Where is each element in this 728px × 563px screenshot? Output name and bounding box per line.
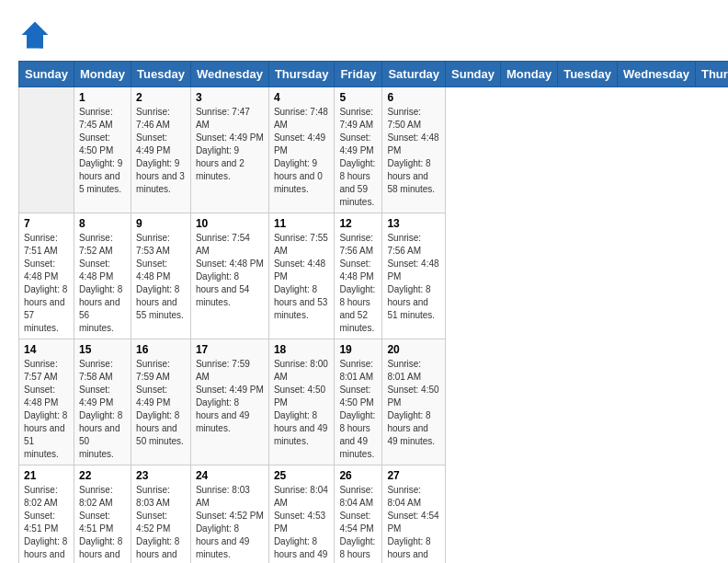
day-info: Sunrise: 7:55 AM Sunset: 4:48 PM Dayligh…	[274, 232, 330, 322]
day-number: 4	[274, 91, 330, 104]
calendar-table: SundayMondayTuesdayWednesdayThursdayFrid…	[18, 61, 728, 563]
day-of-week-header: Friday	[335, 62, 382, 87]
calendar-cell: 6Sunrise: 7:50 AM Sunset: 4:48 PM Daylig…	[382, 87, 446, 213]
day-of-week-header: Thursday	[695, 62, 728, 87]
day-of-week-header: Wednesday	[190, 62, 268, 87]
calendar-cell: 15Sunrise: 7:58 AM Sunset: 4:49 PM Dayli…	[74, 339, 131, 465]
calendar-cell: 19Sunrise: 8:01 AM Sunset: 4:50 PM Dayli…	[335, 339, 382, 465]
day-number: 26	[339, 469, 377, 482]
calendar-cell: 24Sunrise: 8:03 AM Sunset: 4:52 PM Dayli…	[190, 465, 268, 564]
day-info: Sunrise: 7:46 AM Sunset: 4:49 PM Dayligh…	[136, 106, 186, 196]
day-number: 2	[136, 91, 186, 104]
calendar-cell: 25Sunrise: 8:04 AM Sunset: 4:53 PM Dayli…	[268, 465, 335, 564]
calendar-cell: 4Sunrise: 7:48 AM Sunset: 4:49 PM Daylig…	[268, 87, 335, 213]
day-number: 27	[387, 469, 440, 482]
day-of-week-header: Monday	[74, 62, 131, 87]
day-of-week-header: Tuesday	[131, 62, 191, 87]
calendar-cell: 23Sunrise: 8:03 AM Sunset: 4:52 PM Dayli…	[131, 465, 191, 564]
day-number: 16	[136, 343, 186, 356]
day-number: 21	[24, 469, 69, 482]
day-info: Sunrise: 7:56 AM Sunset: 4:48 PM Dayligh…	[339, 232, 377, 335]
calendar-cell: 22Sunrise: 8:02 AM Sunset: 4:51 PM Dayli…	[74, 465, 131, 564]
day-number: 3	[196, 91, 264, 104]
calendar-cell: 2Sunrise: 7:46 AM Sunset: 4:49 PM Daylig…	[131, 87, 191, 213]
day-number: 10	[196, 217, 264, 230]
calendar-cell: 26Sunrise: 8:04 AM Sunset: 4:54 PM Dayli…	[335, 465, 382, 564]
calendar-cell: 18Sunrise: 8:00 AM Sunset: 4:50 PM Dayli…	[268, 339, 335, 465]
calendar-cell: 10Sunrise: 7:54 AM Sunset: 4:48 PM Dayli…	[190, 213, 268, 339]
day-info: Sunrise: 8:03 AM Sunset: 4:52 PM Dayligh…	[136, 484, 186, 563]
day-number: 7	[24, 217, 69, 230]
day-info: Sunrise: 8:03 AM Sunset: 4:52 PM Dayligh…	[196, 484, 264, 561]
day-number: 1	[79, 91, 126, 104]
day-of-week-header: Sunday	[19, 62, 74, 87]
day-of-week-header: Tuesday	[558, 62, 618, 87]
day-info: Sunrise: 8:01 AM Sunset: 4:50 PM Dayligh…	[387, 358, 440, 448]
day-of-week-header: Sunday	[446, 62, 501, 87]
day-number: 24	[196, 469, 264, 482]
day-of-week-header: Monday	[501, 62, 558, 87]
day-info: Sunrise: 8:01 AM Sunset: 4:50 PM Dayligh…	[339, 358, 377, 461]
day-number: 6	[387, 91, 440, 104]
day-info: Sunrise: 7:53 AM Sunset: 4:48 PM Dayligh…	[136, 232, 186, 322]
day-info: Sunrise: 7:52 AM Sunset: 4:48 PM Dayligh…	[79, 232, 126, 335]
day-info: Sunrise: 7:59 AM Sunset: 4:49 PM Dayligh…	[196, 358, 264, 435]
day-number: 23	[136, 469, 186, 482]
calendar-cell: 9Sunrise: 7:53 AM Sunset: 4:48 PM Daylig…	[131, 213, 191, 339]
calendar-cell: 13Sunrise: 7:56 AM Sunset: 4:48 PM Dayli…	[382, 213, 446, 339]
calendar-cell: 21Sunrise: 8:02 AM Sunset: 4:51 PM Dayli…	[19, 465, 74, 564]
day-info: Sunrise: 7:59 AM Sunset: 4:49 PM Dayligh…	[136, 358, 186, 448]
day-number: 20	[387, 343, 440, 356]
day-info: Sunrise: 8:04 AM Sunset: 4:53 PM Dayligh…	[274, 484, 330, 563]
logo-icon	[18, 18, 51, 52]
calendar-week-row: 14Sunrise: 7:57 AM Sunset: 4:48 PM Dayli…	[19, 339, 729, 465]
calendar-week-row: 1Sunrise: 7:45 AM Sunset: 4:50 PM Daylig…	[19, 87, 729, 213]
logo	[18, 18, 55, 52]
day-info: Sunrise: 8:02 AM Sunset: 4:51 PM Dayligh…	[24, 484, 69, 563]
day-number: 11	[274, 217, 330, 230]
day-info: Sunrise: 7:57 AM Sunset: 4:48 PM Dayligh…	[24, 358, 69, 461]
day-number: 22	[79, 469, 126, 482]
calendar-cell	[19, 87, 74, 213]
day-number: 14	[24, 343, 69, 356]
calendar-cell: 20Sunrise: 8:01 AM Sunset: 4:50 PM Dayli…	[382, 339, 446, 465]
day-number: 5	[339, 91, 377, 104]
calendar-cell: 12Sunrise: 7:56 AM Sunset: 4:48 PM Dayli…	[335, 213, 382, 339]
day-number: 13	[387, 217, 440, 230]
day-info: Sunrise: 7:48 AM Sunset: 4:49 PM Dayligh…	[274, 106, 330, 196]
day-info: Sunrise: 7:56 AM Sunset: 4:48 PM Dayligh…	[387, 232, 440, 322]
day-number: 12	[339, 217, 377, 230]
day-info: Sunrise: 7:58 AM Sunset: 4:49 PM Dayligh…	[79, 358, 126, 461]
calendar-week-row: 7Sunrise: 7:51 AM Sunset: 4:48 PM Daylig…	[19, 213, 729, 339]
day-number: 8	[79, 217, 126, 230]
calendar-cell: 14Sunrise: 7:57 AM Sunset: 4:48 PM Dayli…	[19, 339, 74, 465]
day-number: 15	[79, 343, 126, 356]
day-info: Sunrise: 7:51 AM Sunset: 4:48 PM Dayligh…	[24, 232, 69, 335]
day-info: Sunrise: 8:00 AM Sunset: 4:50 PM Dayligh…	[274, 358, 330, 448]
page-header	[18, 18, 710, 52]
day-info: Sunrise: 7:47 AM Sunset: 4:49 PM Dayligh…	[196, 106, 264, 183]
calendar-cell: 11Sunrise: 7:55 AM Sunset: 4:48 PM Dayli…	[268, 213, 335, 339]
day-number: 19	[339, 343, 377, 356]
day-number: 17	[196, 343, 264, 356]
day-info: Sunrise: 7:45 AM Sunset: 4:50 PM Dayligh…	[79, 106, 126, 196]
day-info: Sunrise: 8:04 AM Sunset: 4:54 PM Dayligh…	[339, 484, 377, 563]
calendar-header-row: SundayMondayTuesdayWednesdayThursdayFrid…	[19, 62, 729, 87]
day-of-week-header: Wednesday	[617, 62, 695, 87]
calendar-cell: 5Sunrise: 7:49 AM Sunset: 4:49 PM Daylig…	[335, 87, 382, 213]
day-info: Sunrise: 7:49 AM Sunset: 4:49 PM Dayligh…	[339, 106, 377, 209]
day-info: Sunrise: 7:50 AM Sunset: 4:48 PM Dayligh…	[387, 106, 440, 196]
day-number: 9	[136, 217, 186, 230]
calendar-cell: 27Sunrise: 8:04 AM Sunset: 4:54 PM Dayli…	[382, 465, 446, 564]
calendar-cell: 8Sunrise: 7:52 AM Sunset: 4:48 PM Daylig…	[74, 213, 131, 339]
calendar-cell: 1Sunrise: 7:45 AM Sunset: 4:50 PM Daylig…	[74, 87, 131, 213]
day-of-week-header: Thursday	[268, 62, 335, 87]
calendar-cell: 7Sunrise: 7:51 AM Sunset: 4:48 PM Daylig…	[19, 213, 74, 339]
day-number: 18	[274, 343, 330, 356]
calendar-cell: 3Sunrise: 7:47 AM Sunset: 4:49 PM Daylig…	[190, 87, 268, 213]
day-info: Sunrise: 8:04 AM Sunset: 4:54 PM Dayligh…	[387, 484, 440, 563]
day-info: Sunrise: 7:54 AM Sunset: 4:48 PM Dayligh…	[196, 232, 264, 309]
day-info: Sunrise: 8:02 AM Sunset: 4:51 PM Dayligh…	[79, 484, 126, 563]
calendar-cell: 16Sunrise: 7:59 AM Sunset: 4:49 PM Dayli…	[131, 339, 191, 465]
svg-marker-0	[22, 22, 49, 49]
